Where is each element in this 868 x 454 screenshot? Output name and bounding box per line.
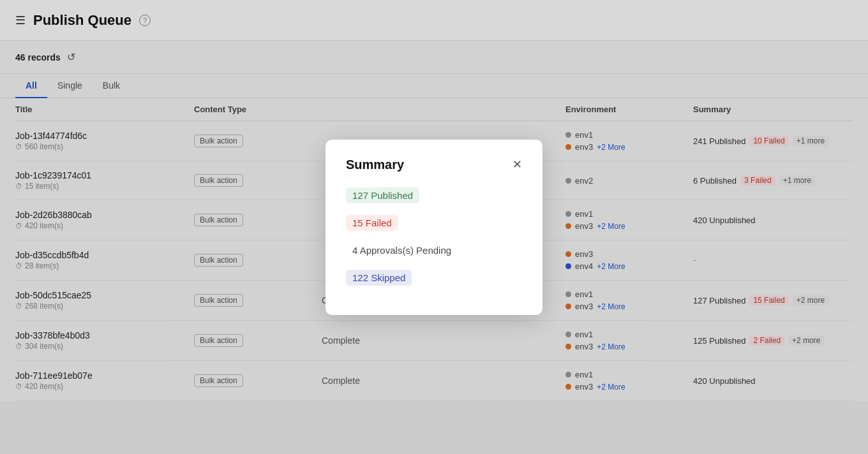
modal-header: Summary ✕ bbox=[346, 157, 522, 172]
summary-modal: Summary ✕ 127 Published15 Failed4 Approv… bbox=[326, 140, 542, 315]
modal-stat-item: 15 Failed bbox=[346, 215, 522, 231]
modal-stat-label: 4 Approvals(s) Pending bbox=[346, 242, 458, 258]
modal-stat-item: 122 Skipped bbox=[346, 270, 522, 286]
modal-stats: 127 Published15 Failed4 Approvals(s) Pen… bbox=[346, 187, 522, 286]
modal-stat-item: 127 Published bbox=[346, 187, 522, 203]
modal-title: Summary bbox=[346, 157, 404, 172]
modal-stat-item: 4 Approvals(s) Pending bbox=[346, 242, 522, 258]
modal-overlay[interactable]: Summary ✕ 127 Published15 Failed4 Approv… bbox=[0, 0, 868, 454]
modal-stat-label: 122 Skipped bbox=[346, 270, 412, 286]
modal-stat-label: 127 Published bbox=[346, 187, 419, 203]
modal-stat-label: 15 Failed bbox=[346, 215, 398, 231]
modal-close-button[interactable]: ✕ bbox=[513, 159, 522, 170]
